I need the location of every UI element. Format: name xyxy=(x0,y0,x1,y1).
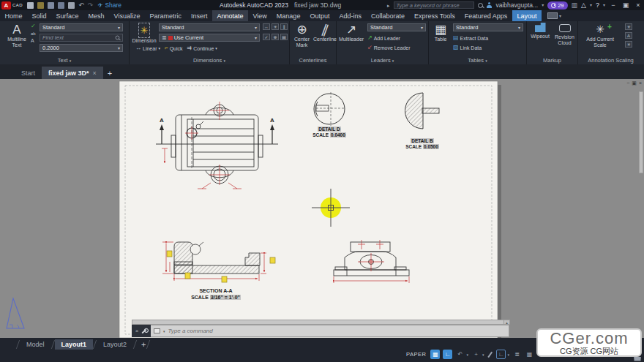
dim-update-icon[interactable]: ✓ xyxy=(263,34,270,40)
remove-leader-button[interactable]: ↙ Remove Leader xyxy=(367,45,411,50)
osnap-caret-icon[interactable]: ▾ xyxy=(507,352,509,357)
dim-break-icon[interactable]: ↔ xyxy=(263,23,270,30)
command-history-strip[interactable] xyxy=(132,320,509,325)
paper-space-label[interactable]: PAPER xyxy=(406,351,426,358)
user-name[interactable]: vaibhavgupta... xyxy=(496,1,539,9)
tab-addins[interactable]: Add-ins xyxy=(334,10,367,21)
tab-model[interactable]: Model xyxy=(20,339,51,350)
restore-button[interactable]: ▣ xyxy=(621,1,630,9)
minimize-button[interactable]: − xyxy=(609,1,618,9)
vertical-scrollbar[interactable] xyxy=(639,91,643,173)
new-layout-button[interactable]: + xyxy=(141,340,146,349)
add-current-scale-button[interactable]: ✳ + Add Current Scale xyxy=(584,23,616,48)
text-height-icon[interactable]: A xyxy=(31,38,36,43)
command-expand-button[interactable]: ▴ xyxy=(503,320,510,325)
scale-list-icon[interactable]: ✳ xyxy=(625,23,632,30)
isodraft-icon[interactable] xyxy=(488,351,493,357)
trial-days-badge[interactable]: 29 xyxy=(547,1,567,10)
multileader-button[interactable]: ↗ Multileader xyxy=(338,23,364,42)
autocad-logo-icon[interactable]: A xyxy=(1,1,11,10)
dim-layer-select[interactable]: ≣ Use Current ▾ xyxy=(159,34,260,42)
new-file-icon[interactable] xyxy=(27,2,34,9)
tab-solid[interactable]: Solid xyxy=(27,10,51,21)
open-file-icon[interactable] xyxy=(37,2,44,9)
tab-insert[interactable]: Insert xyxy=(186,10,212,21)
tab-layout2[interactable]: Layout2 xyxy=(97,339,133,350)
add-leader-button[interactable]: ↗ Add Leader xyxy=(367,35,400,41)
help-caret-icon[interactable]: ▾ xyxy=(603,3,605,7)
plot-icon[interactable] xyxy=(68,2,75,9)
text-height-select[interactable]: 0.2000 ▾ xyxy=(40,44,123,52)
file-tab-document[interactable]: fixed jaw 3D* × xyxy=(42,67,103,79)
object-snap-toggle[interactable]: ∟ xyxy=(496,350,506,359)
quick-dimension-button[interactable]: ⌐ Quick xyxy=(165,45,183,51)
wipeout-button[interactable]: Wipeout xyxy=(528,23,552,39)
tab-annotate[interactable]: Annotate xyxy=(212,10,248,21)
tab-home[interactable]: Home xyxy=(0,10,27,21)
extract-data-button[interactable]: ▤ Extract Data xyxy=(453,35,488,41)
drawing-close-button[interactable]: × xyxy=(639,80,642,86)
autodesk-account-icon[interactable]: △ xyxy=(581,2,586,9)
drawing-area[interactable]: A A xyxy=(0,79,644,338)
tab-mesh[interactable]: Mesh xyxy=(83,10,109,21)
file-tab-start[interactable]: Start xyxy=(15,67,42,79)
panel-tables-label[interactable]: Tables ▾ xyxy=(429,57,526,64)
text-style-select[interactable]: Standard ▾ xyxy=(40,23,123,31)
dim-reassociate-icon[interactable]: ⊕ xyxy=(272,34,279,40)
search-icon[interactable] xyxy=(478,3,483,8)
multileader-style-select[interactable]: Standard ▾ xyxy=(367,23,426,31)
dim-style-select[interactable]: Standard ▾ xyxy=(159,23,260,31)
customize-wrench-icon[interactable] xyxy=(142,328,147,333)
find-text-input[interactable]: Find text xyxy=(40,34,123,42)
tab-parametric[interactable]: Parametric xyxy=(145,10,187,21)
check-spelling-icon[interactable]: ✓ xyxy=(31,23,36,29)
dim-oblique-icon[interactable]: ∥ xyxy=(280,23,288,30)
redo-icon[interactable]: ↷ xyxy=(88,2,94,9)
undo-icon[interactable]: ↶ xyxy=(78,2,84,9)
ribbon-display-icon[interactable] xyxy=(547,12,558,19)
grid-display-toggle[interactable]: ▦ xyxy=(430,350,440,359)
center-mark-button[interactable]: ⊕ Center Mark xyxy=(291,23,313,48)
find-text-icon[interactable]: ab xyxy=(31,31,36,36)
drawing-minimize-button[interactable]: − xyxy=(626,80,629,86)
dimension-button[interactable]: ✳ Dimension xyxy=(132,23,156,44)
new-drawing-tab-button[interactable]: + xyxy=(108,69,112,79)
polar-caret-icon[interactable]: ▾ xyxy=(466,352,468,357)
tab-visualize[interactable]: Visualize xyxy=(109,10,145,21)
polar-tracking-toggle[interactable]: ↶ xyxy=(455,350,465,359)
panel-dimensions-label[interactable]: Dimensions ▾ xyxy=(130,57,289,64)
sync-scale-positions-icon[interactable]: A xyxy=(625,32,632,39)
object-snap-tracking-toggle[interactable]: + xyxy=(471,350,481,359)
linear-dimension-button[interactable]: ↔ Linear ▾ xyxy=(135,45,160,51)
continue-dimension-button[interactable]: ⇉ Continue ▾ xyxy=(187,45,217,51)
table-style-select[interactable]: Standard ▾ xyxy=(453,23,523,31)
table-button[interactable]: ▦ Table xyxy=(431,23,450,42)
help-icon[interactable]: ? xyxy=(596,2,599,9)
tab-surface[interactable]: Surface xyxy=(51,10,83,21)
recent-commands-icon[interactable] xyxy=(154,328,160,333)
help-search-input[interactable]: Type a keyword or phrase xyxy=(394,1,474,9)
file-tab-close-icon[interactable]: × xyxy=(93,69,97,77)
link-data-button[interactable]: ▧ Link Data xyxy=(453,45,482,50)
tab-express-tools[interactable]: Express Tools xyxy=(409,10,460,21)
delete-scale-icon[interactable]: ✳ xyxy=(625,41,632,48)
lineweight-toggle[interactable]: ≣ xyxy=(512,350,522,359)
save-as-icon[interactable] xyxy=(58,2,64,9)
user-avatar-icon[interactable] xyxy=(487,2,493,8)
panel-leaders-label[interactable]: Leaders ▾ xyxy=(337,57,428,64)
multiline-text-button[interactable]: A Multiline Text xyxy=(4,23,29,48)
dim-adjust-space-icon[interactable]: ✳ xyxy=(272,23,279,30)
ribbon-display-caret-icon[interactable]: ▾ xyxy=(559,14,561,18)
share-button[interactable]: ✈ Share xyxy=(97,1,121,9)
cart-icon[interactable]: ▥ xyxy=(572,2,578,9)
transparency-toggle[interactable]: ▦ xyxy=(525,350,534,359)
tab-layout[interactable]: Layout xyxy=(512,10,542,21)
account-caret-icon[interactable]: ▾ xyxy=(590,3,592,7)
centerline-button[interactable]: ∥ Centerline xyxy=(314,23,336,42)
tab-layout1[interactable]: Layout1 xyxy=(55,339,94,350)
save-icon[interactable] xyxy=(48,2,54,9)
tab-view[interactable]: View xyxy=(248,10,272,21)
revision-cloud-button[interactable]: Revision Cloud xyxy=(553,23,577,45)
tab-manage[interactable]: Manage xyxy=(272,10,305,21)
find-text-search-icon[interactable] xyxy=(116,36,120,40)
